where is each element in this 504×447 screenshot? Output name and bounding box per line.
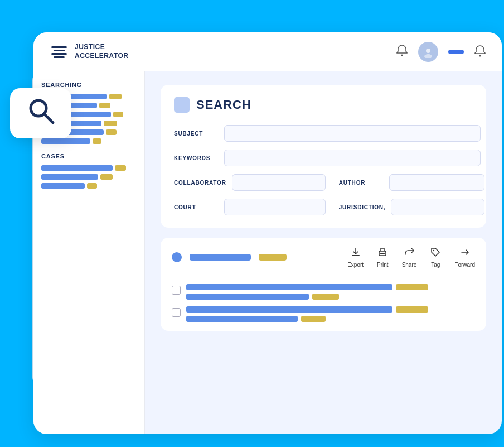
print-icon (377, 247, 388, 260)
court-field-row: COURT (174, 199, 326, 215)
search-panel-title: SEARCH (196, 98, 251, 112)
list-item (41, 138, 137, 144)
bar-yellow (87, 183, 97, 189)
bar-blue (41, 174, 98, 180)
logo-line1: JUSTICE (75, 43, 128, 52)
logo: JUSTICE ACCELERATOR (49, 42, 128, 62)
notification-bell-icon[interactable] (396, 44, 408, 59)
header-bell-icon-2[interactable] (474, 45, 486, 59)
export-button[interactable]: Export (347, 247, 364, 268)
result-line-1b (186, 306, 475, 313)
result-bar-blue-2 (186, 294, 309, 300)
result-checkbox-2[interactable] (172, 308, 181, 317)
svg-rect-2 (51, 46, 67, 48)
result-bar-yellow (396, 284, 428, 290)
result-content-1 (186, 284, 475, 300)
jurisdiction-field-row: JURISDICTION, (339, 199, 485, 215)
svg-line-1 (44, 114, 53, 123)
bar-yellow (115, 165, 126, 171)
svg-rect-10 (352, 255, 360, 256)
court-label: COURT (174, 204, 219, 210)
list-item (41, 183, 137, 189)
share-icon (404, 247, 415, 260)
author-field-row: AUTHOR (339, 174, 485, 191)
result-summary-bar-yellow (259, 254, 287, 261)
sidebar-section-cases: CASES (41, 153, 137, 160)
forward-icon (459, 247, 471, 260)
tag-button[interactable]: Tag (430, 247, 441, 268)
bar-yellow (113, 112, 123, 117)
forward-button[interactable]: Forward (454, 247, 475, 268)
header-right (396, 42, 486, 62)
table-row (172, 284, 475, 300)
search-title-row: SEARCH (174, 97, 473, 113)
result-bar-blue (186, 306, 392, 313)
result-line-1 (186, 284, 475, 290)
header: JUSTICE ACCELERATOR (33, 32, 502, 71)
result-bar-blue-2 (186, 316, 298, 322)
bar-yellow (109, 94, 122, 99)
result-summary-bar (190, 254, 251, 261)
jurisdiction-label: JURISDICTION, (339, 204, 386, 210)
bar-yellow (106, 129, 117, 135)
bar-yellow (100, 174, 113, 180)
bar-blue (41, 183, 85, 189)
keywords-field-row: KEYWORDS (174, 150, 484, 166)
header-tag (448, 50, 464, 54)
author-input[interactable] (389, 174, 485, 191)
result-line-2b (186, 316, 475, 322)
body-layout: SEARCHING (33, 71, 502, 434)
collaborator-label: COLLABORATOR (174, 180, 226, 186)
list-item (41, 174, 137, 180)
print-button[interactable]: Print (377, 247, 389, 268)
logo-icon (49, 42, 69, 62)
svg-point-8 (424, 54, 432, 58)
bar-yellow (104, 121, 117, 126)
result-bar-blue (186, 284, 392, 290)
result-bar-yellow-2 (301, 316, 326, 322)
court-input[interactable] (224, 199, 326, 215)
main-content: SEARCH SUBJECT KEYWORDS COLLA (145, 71, 502, 434)
logo-line2: ACCELERATOR (75, 52, 128, 61)
svg-point-9 (479, 55, 481, 56)
share-label: Share (402, 262, 417, 268)
result-checkbox-1[interactable] (172, 286, 181, 295)
search-form: SUBJECT KEYWORDS COLLABORATOR AUTHO (174, 125, 473, 215)
bar-blue (41, 138, 90, 144)
result-bar-yellow-2 (312, 294, 339, 300)
svg-rect-12 (380, 253, 385, 254)
result-rows (172, 284, 475, 322)
results-top-row: Export Print (172, 247, 475, 276)
result-dot (172, 252, 182, 262)
logo-text: JUSTICE ACCELERATOR (75, 43, 128, 60)
svg-rect-3 (54, 50, 65, 51)
search-panel: SEARCH SUBJECT KEYWORDS COLLA (161, 85, 486, 228)
jurisdiction-input[interactable] (391, 199, 484, 215)
tag-label: Tag (431, 262, 440, 268)
share-button[interactable]: Share (402, 247, 417, 268)
collaborator-input[interactable] (232, 174, 326, 191)
subject-label: SUBJECT (174, 131, 219, 137)
avatar[interactable] (418, 42, 438, 62)
svg-rect-4 (51, 53, 67, 55)
export-label: Export (347, 262, 364, 268)
author-label: AUTHOR (339, 180, 384, 186)
floating-search-card (10, 88, 71, 138)
export-icon (350, 247, 361, 260)
main-card: JUSTICE ACCELERATOR (33, 32, 502, 434)
collaborator-field-row: COLLABORATOR (174, 174, 326, 191)
sidebar-section-searching: SEARCHING (41, 81, 137, 88)
tag-icon (430, 247, 441, 260)
table-row (172, 306, 475, 322)
forward-label: Forward (454, 262, 475, 268)
svg-point-13 (433, 250, 434, 251)
bar-blue (41, 165, 113, 171)
svg-rect-5 (54, 56, 65, 58)
toolbar: Export Print (347, 247, 475, 268)
subject-input[interactable] (224, 125, 481, 142)
svg-point-7 (426, 49, 430, 53)
print-label: Print (377, 262, 389, 268)
keywords-input[interactable] (224, 150, 481, 166)
results-panel: Export Print (161, 238, 486, 331)
bar-yellow (93, 138, 101, 144)
